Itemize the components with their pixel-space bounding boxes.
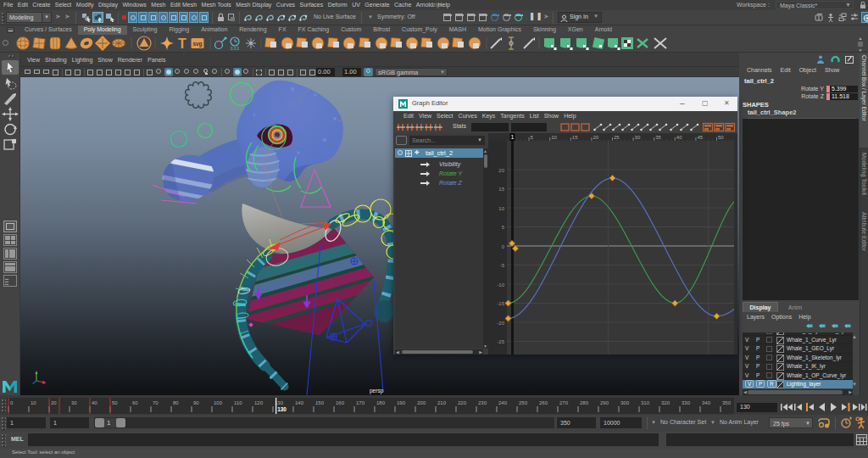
svg-text:330: 330 <box>682 400 691 405</box>
svg-text:60: 60 <box>132 400 138 405</box>
svg-text:80: 80 <box>173 400 179 405</box>
svg-text:20: 20 <box>498 168 504 173</box>
svg-text:100: 100 <box>214 400 223 405</box>
svg-text:35: 35 <box>655 135 661 140</box>
svg-text:120: 120 <box>254 400 264 405</box>
svg-text:180: 180 <box>376 400 386 405</box>
svg-text:50: 50 <box>112 400 118 405</box>
svg-text:270: 270 <box>559 400 569 405</box>
svg-text:250: 250 <box>519 400 528 405</box>
svg-text:20: 20 <box>51 400 57 405</box>
svg-text:svg: svg <box>192 41 202 47</box>
svg-text:140: 140 <box>295 400 304 405</box>
svg-text:0: 0 <box>10 400 14 405</box>
svg-text:30: 30 <box>635 135 641 140</box>
svg-text:280: 280 <box>580 400 589 405</box>
svg-text:310: 310 <box>641 400 650 405</box>
svg-text:-25: -25 <box>497 339 504 344</box>
svg-text:320: 320 <box>661 400 670 405</box>
svg-text:170: 170 <box>356 400 365 405</box>
svg-text:70: 70 <box>153 400 159 405</box>
svg-text:20: 20 <box>593 135 598 140</box>
svg-text:350: 350 <box>722 400 732 405</box>
svg-text:1: 1 <box>511 134 515 140</box>
svg-text:-10: -10 <box>497 282 504 288</box>
svg-text:25: 25 <box>614 135 620 140</box>
svg-text:290: 290 <box>600 400 609 405</box>
svg-text:45: 45 <box>697 135 703 140</box>
svg-text:-20: -20 <box>497 321 504 326</box>
svg-text:10: 10 <box>551 135 557 140</box>
svg-text:-5: -5 <box>500 263 505 268</box>
svg-text:220: 220 <box>458 400 467 405</box>
svg-text:30: 30 <box>71 400 77 405</box>
svg-text:260: 260 <box>539 400 548 405</box>
svg-text:T: T <box>178 36 186 51</box>
svg-text:90: 90 <box>193 400 199 405</box>
svg-text:190: 190 <box>397 400 406 405</box>
svg-text:0,0,0: 0,0,0 <box>231 47 240 51</box>
svg-text:15: 15 <box>498 187 504 192</box>
svg-text:340: 340 <box>702 400 711 405</box>
svg-text:50: 50 <box>718 135 724 140</box>
svg-text:10: 10 <box>31 400 36 405</box>
svg-text:150: 150 <box>315 400 325 405</box>
svg-text:40: 40 <box>676 135 682 140</box>
svg-text:210: 210 <box>437 400 447 405</box>
svg-text:240: 240 <box>498 400 508 405</box>
svg-text:-15: -15 <box>497 301 504 306</box>
svg-text:160: 160 <box>336 400 345 405</box>
svg-text:110: 110 <box>234 400 242 405</box>
svg-text:200: 200 <box>417 400 426 405</box>
svg-text:300: 300 <box>620 400 630 405</box>
svg-text:40: 40 <box>92 400 97 405</box>
svg-text:130: 130 <box>277 406 287 412</box>
svg-text:10: 10 <box>498 206 504 211</box>
svg-text:15: 15 <box>572 135 578 140</box>
svg-text:230: 230 <box>478 400 487 405</box>
